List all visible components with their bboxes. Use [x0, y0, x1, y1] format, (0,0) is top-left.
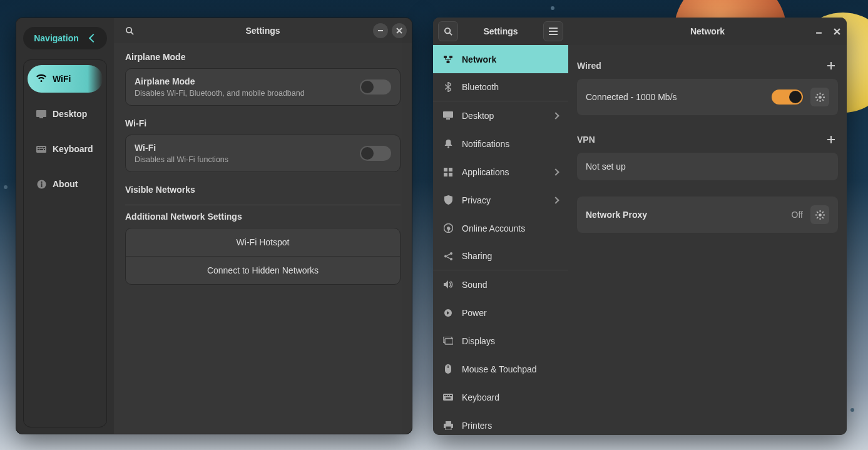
sidebar-item-label: Sound [462, 280, 487, 290]
airplane-mode-panel: Airplane Mode Disables Wi-Fi, Bluetooth,… [125, 68, 401, 106]
airplane-mode-subtitle: Disables Wi-Fi, Bluetooth, and mobile br… [135, 89, 305, 98]
svg-rect-24 [449, 56, 452, 58]
svg-rect-51 [446, 421, 451, 424]
decor-dot [850, 408, 854, 412]
sidebar-item-bluetooth[interactable]: Bluetooth [433, 73, 568, 101]
svg-rect-29 [444, 168, 447, 171]
sidebar-item-label: Network [462, 54, 496, 64]
proxy-label: Network Proxy [586, 210, 784, 220]
svg-line-38 [446, 253, 450, 255]
navigation-back-button[interactable]: Navigation [23, 27, 107, 49]
sidebar-item-applications[interactable]: Applications [433, 158, 568, 186]
sidebar-item-power[interactable]: Power [433, 299, 568, 327]
minimize-button[interactable] [373, 23, 388, 38]
divider [125, 205, 401, 205]
svg-rect-6 [43, 147, 45, 148]
add-vpn-button[interactable] [824, 133, 838, 146]
wired-connection-panel: Connected - 1000 Mb/s [577, 79, 838, 115]
sidebar-item-label: Privacy [462, 195, 491, 205]
notifications-icon [443, 139, 453, 149]
svg-point-70 [819, 213, 822, 217]
svg-rect-30 [449, 168, 452, 171]
svg-line-77 [822, 212, 823, 213]
section-visible-heading: Visible Networks [125, 185, 401, 195]
svg-rect-42 [445, 339, 453, 344]
sidebar-item-mouse-touchpad[interactable]: Mouse & Touchpad [433, 355, 568, 383]
sidebar-item-label: Applications [462, 167, 509, 177]
mouse-icon [443, 364, 453, 374]
wired-settings-button[interactable] [810, 88, 829, 106]
page-title: Network [568, 26, 847, 36]
add-wired-button[interactable] [824, 59, 838, 73]
wifi-toggle[interactable] [360, 146, 391, 161]
wired-status: Connected - 1000 Mb/s [586, 92, 764, 102]
sidebar-item-sharing[interactable]: Sharing [433, 242, 568, 270]
info-icon [36, 179, 46, 189]
svg-rect-3 [38, 147, 39, 148]
sidebar-item-label: Mouse & Touchpad [462, 364, 537, 374]
svg-line-65 [822, 99, 823, 100]
wifi-title: Wi-Fi [135, 143, 228, 153]
sidebar-item-label: Keyboard [53, 144, 93, 154]
decor-dot [4, 185, 8, 189]
svg-line-39 [446, 257, 450, 258]
sidebar-item-about[interactable]: About [28, 170, 103, 198]
svg-line-78 [817, 217, 818, 218]
sidebar-item-network[interactable]: Network [433, 45, 568, 73]
wifi-subtitle: Disables all Wi-Fi functions [135, 155, 228, 164]
wired-toggle[interactable] [772, 89, 803, 105]
sidebar-item-label: WiFi [53, 74, 71, 84]
bluetooth-icon [443, 82, 453, 92]
sidebar-item-wifi[interactable]: WiFi [28, 65, 103, 93]
svg-rect-46 [444, 395, 446, 396]
connect-hidden-button[interactable]: Connect to Hidden Networks [126, 256, 400, 284]
sidebar-item-label: Desktop [53, 109, 87, 119]
sidebar-item-desktop[interactable]: Desktop [28, 100, 103, 128]
sidebar-item-displays[interactable]: Displays [433, 327, 568, 355]
wifi-panel: Wi-Fi Disables all Wi-Fi functions [125, 135, 401, 172]
close-icon [834, 28, 840, 35]
sidebar-item-keyboard[interactable]: Keyboard [28, 135, 103, 163]
minimize-button[interactable] [815, 28, 822, 35]
sidebar-item-privacy[interactable]: Privacy [433, 186, 568, 214]
sidebar-item-notifications[interactable]: Notifications [433, 130, 568, 158]
sidebar-item-label: Displays [462, 336, 495, 346]
close-icon [396, 28, 402, 34]
svg-rect-50 [446, 397, 451, 399]
close-button[interactable] [834, 28, 840, 35]
proxy-status: Off [792, 210, 803, 220]
plus-icon [827, 135, 835, 144]
window-title: Settings [433, 26, 568, 36]
sidebar-item-keyboard[interactable]: Keyboard [433, 383, 568, 411]
right-main: Network Wired Connected - 1000 Mb/s [568, 18, 847, 435]
svg-line-75 [817, 212, 818, 213]
gear-icon [815, 93, 825, 102]
sidebar-item-label: Bluetooth [462, 82, 499, 92]
svg-rect-47 [446, 395, 447, 396]
proxy-panel: Network Proxy Off [577, 197, 838, 233]
keyboard-icon [443, 392, 453, 402]
wifi-hotspot-button[interactable]: Wi-Fi Hotspot [126, 228, 400, 256]
svg-rect-26 [443, 111, 453, 118]
proxy-settings-button[interactable] [810, 205, 829, 224]
sidebar-item-printers[interactable]: Printers [433, 411, 568, 435]
sidebar-item-sound[interactable]: Sound [433, 270, 568, 299]
sound-icon [443, 280, 453, 290]
sidebar-item-desktop[interactable]: Desktop [433, 101, 568, 130]
network-icon [443, 54, 453, 64]
left-sidebar-list: WiFi Desktop Keyboard About [23, 59, 107, 427]
additional-settings-panel: Wi-Fi Hotspot Connect to Hidden Networks [125, 228, 401, 285]
section-additional-heading: Additional Network Settings [125, 212, 401, 222]
svg-rect-25 [447, 61, 450, 63]
sidebar-item-label: Power [462, 308, 487, 318]
minimize-icon [815, 28, 822, 35]
left-titlebar: Settings [114, 18, 412, 43]
close-button[interactable] [392, 23, 407, 38]
chevron-left-icon [89, 34, 98, 43]
vpn-heading: VPN [577, 135, 595, 145]
sidebar-item-label: Desktop [462, 111, 494, 121]
power-icon [443, 308, 453, 318]
sidebar-item-online-accounts[interactable]: Online Accounts [433, 214, 568, 242]
airplane-mode-toggle[interactable] [360, 79, 391, 95]
sidebar-item-label: Keyboard [462, 392, 499, 402]
